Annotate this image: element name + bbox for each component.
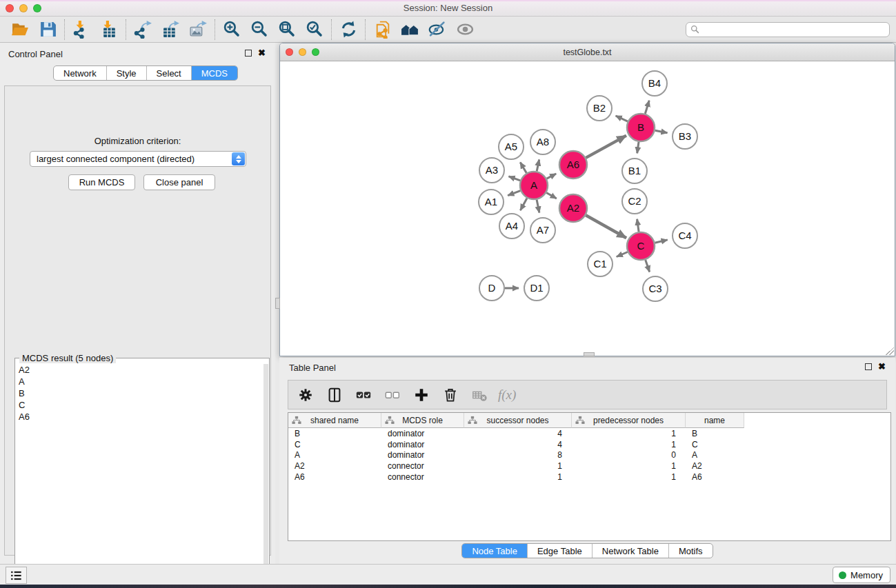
memory-button[interactable]: Memory	[833, 567, 890, 583]
graph-edge-A-A4[interactable]	[520, 199, 527, 211]
graph-node-B2[interactable]: B2	[587, 96, 612, 121]
import-table-button[interactable]	[95, 19, 123, 41]
column-header-name[interactable]: name	[686, 413, 744, 428]
graph-edge-A-A3[interactable]	[509, 176, 521, 181]
graph-node-A8[interactable]: A8	[530, 130, 555, 154]
table-settings-button[interactable]	[295, 385, 316, 405]
graph-node-A3[interactable]: A3	[479, 158, 504, 183]
graph-node-C4[interactable]: C4	[673, 223, 697, 248]
tab-network[interactable]: Network	[54, 66, 107, 80]
graph-node-A[interactable]: A	[520, 172, 548, 199]
table-row[interactable]: Adominator80A	[288, 449, 890, 460]
mcds-result-item[interactable]: A	[15, 376, 263, 387]
create-column-button[interactable]	[411, 385, 432, 405]
graph-node-C3[interactable]: C3	[643, 276, 668, 301]
graph-edge-C-C1[interactable]	[617, 252, 628, 257]
deselect-all-button[interactable]	[382, 385, 403, 405]
export-table-button[interactable]	[157, 19, 184, 41]
refresh-layout-button[interactable]	[335, 19, 362, 41]
clone-network-button[interactable]	[368, 19, 396, 41]
graph-edge-C-C3[interactable]	[646, 260, 650, 272]
table-row[interactable]: Bdominator41B	[288, 428, 890, 439]
graph-node-D[interactable]: D	[479, 276, 504, 301]
mcds-result-item[interactable]: C	[15, 399, 263, 411]
run-mcds-button[interactable]: Run MCDS	[68, 174, 135, 190]
graph-edge-B-B2[interactable]	[616, 116, 628, 121]
graph-edge-A-A2[interactable]	[546, 193, 557, 199]
table-row[interactable]: Cdominator41C	[288, 439, 890, 450]
float-panel-icon[interactable]	[245, 50, 252, 57]
search-input[interactable]	[686, 22, 890, 37]
graph-node-B4[interactable]: B4	[642, 71, 667, 96]
graph-edge-A6-B[interactable]	[586, 136, 626, 158]
function-builder-button[interactable]: f(x)	[498, 387, 516, 403]
table-row[interactable]: A2connector11A2	[288, 460, 890, 472]
graph-node-C1[interactable]: C1	[588, 252, 613, 276]
network-canvas[interactable]: B4 B2 B B3 A8 A5 A6 A3 B1 A C2 A1 A2 A4 …	[281, 61, 894, 355]
close-panel-button[interactable]: Close panel	[143, 174, 215, 190]
splitter-grip-left[interactable]	[275, 298, 280, 309]
hide-selected-button[interactable]	[424, 19, 451, 41]
tab-motifs[interactable]: Motifs	[669, 544, 713, 558]
graph-edge-B-B1[interactable]	[637, 142, 639, 154]
tab-select[interactable]: Select	[147, 66, 192, 80]
graph-node-A7[interactable]: A7	[530, 218, 555, 243]
graph-edge-B-B3[interactable]	[655, 130, 668, 133]
graph-node-B3[interactable]: B3	[673, 124, 697, 149]
show-all-button[interactable]	[451, 19, 479, 41]
result-scrollbar[interactable]	[263, 364, 268, 588]
graph-edge-B-B4[interactable]	[645, 101, 649, 114]
select-all-button[interactable]	[353, 385, 374, 405]
close-table-panel-icon[interactable]: ✖	[878, 363, 886, 370]
tab-node-table[interactable]: Node Table	[462, 544, 528, 558]
column-header-MCDS-role[interactable]: MCDS role	[381, 413, 464, 428]
column-header-shared-name[interactable]: shared name	[288, 413, 381, 428]
open-session-button[interactable]	[6, 19, 34, 41]
graph-node-C[interactable]: C	[627, 232, 655, 260]
graph-node-D1[interactable]: D1	[524, 276, 549, 301]
mcds-result-item[interactable]: B	[15, 387, 263, 399]
tab-network-table[interactable]: Network Table	[593, 544, 669, 558]
graph-edge-A-A8[interactable]	[537, 160, 539, 172]
save-session-button[interactable]	[34, 19, 61, 41]
graph-node-B[interactable]: B	[627, 114, 655, 141]
network-window-titlebar[interactable]: testGlobe.txt	[280, 43, 895, 61]
tab-edge-table[interactable]: Edge Table	[528, 544, 593, 558]
graph-edge-C-C2[interactable]	[637, 219, 639, 232]
tab-mcds[interactable]: MCDS	[192, 66, 237, 80]
graph-node-A4[interactable]: A4	[499, 214, 524, 239]
close-panel-icon[interactable]: ✖	[258, 50, 266, 57]
zoom-out-button[interactable]	[246, 19, 273, 41]
column-header-predecessor-nodes[interactable]: predecessor nodes	[572, 413, 686, 428]
graph-edge-A-A6[interactable]	[547, 174, 557, 179]
mcds-result-item[interactable]: A2	[15, 364, 263, 376]
table-row[interactable]: A6connector11A6	[288, 472, 890, 483]
graph-node-C2[interactable]: C2	[622, 189, 647, 214]
graph-node-A5[interactable]: A5	[499, 134, 524, 159]
mcds-result-item[interactable]: A6	[15, 411, 263, 423]
task-history-button[interactable]	[6, 567, 27, 584]
column-header-successor-nodes[interactable]: successor nodes	[464, 413, 572, 428]
zoom-selected-button[interactable]	[301, 19, 328, 41]
graph-node-A6[interactable]: A6	[559, 151, 587, 179]
graph-edge-A2-C[interactable]	[586, 215, 626, 238]
delete-table-button[interactable]	[469, 385, 490, 405]
float-table-panel-icon[interactable]	[865, 363, 872, 370]
optimization-criterion-dropdown[interactable]: largest connected component (directed)	[30, 151, 246, 167]
graph-edge-C-C4[interactable]	[655, 240, 667, 243]
graph-node-B1[interactable]: B1	[622, 159, 647, 183]
tab-style[interactable]: Style	[107, 66, 147, 80]
home-layout-button[interactable]	[396, 19, 424, 41]
zoom-fit-button[interactable]	[273, 19, 301, 41]
graph-edge-A-A1[interactable]	[508, 191, 520, 196]
toggle-column-view-button[interactable]	[324, 385, 345, 405]
export-network-button[interactable]	[129, 19, 157, 41]
splitter-grip-bottom[interactable]	[584, 352, 595, 356]
graph-node-A2[interactable]: A2	[559, 194, 587, 222]
export-image-button[interactable]	[184, 19, 212, 41]
import-network-button[interactable]	[68, 19, 95, 41]
graph-edge-A-A7[interactable]	[537, 200, 539, 213]
graph-node-A1[interactable]: A1	[479, 190, 504, 214]
graph-edge-A-A5[interactable]	[520, 162, 526, 173]
zoom-in-button[interactable]	[218, 19, 246, 41]
